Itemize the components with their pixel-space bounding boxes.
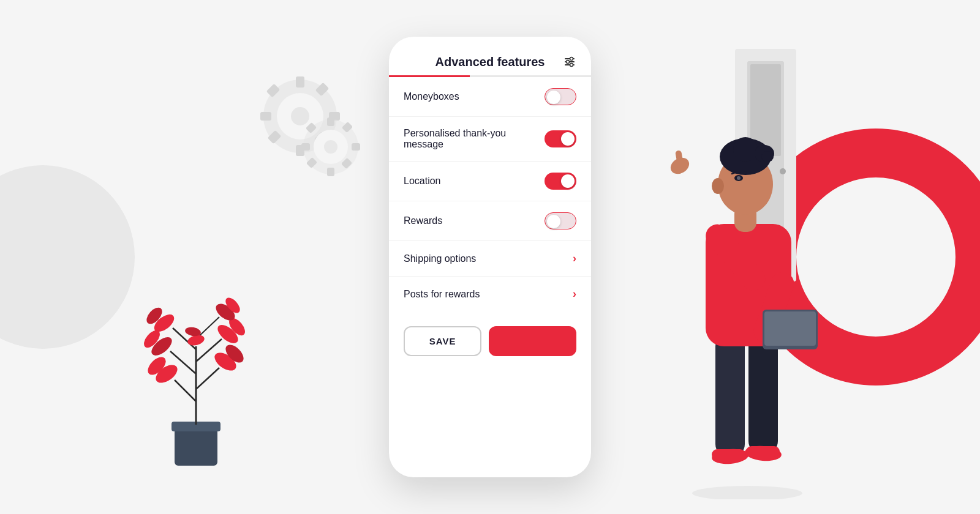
personalised-thankyou-toggle[interactable] xyxy=(545,130,576,147)
svg-point-2 xyxy=(291,107,309,125)
svg-point-52 xyxy=(570,58,573,61)
svg-rect-16 xyxy=(301,143,310,151)
phone-screen: Advanced features Moneyboxes xyxy=(389,37,591,477)
location-toggle[interactable] xyxy=(545,173,576,190)
shipping-options-label: Shipping options xyxy=(404,253,476,264)
bg-circle-left xyxy=(0,165,135,349)
location-label: Location xyxy=(404,176,441,187)
settings-list: Moneyboxes Personalised thank-you messag… xyxy=(389,77,591,311)
svg-point-53 xyxy=(567,61,570,64)
moneyboxes-label: Moneyboxes xyxy=(404,91,459,102)
rewards-toggle[interactable] xyxy=(545,212,576,229)
save-button[interactable]: SAVE xyxy=(404,326,481,356)
gears-decoration xyxy=(233,49,368,186)
posts-for-rewards-row[interactable]: Posts for rewards › xyxy=(389,277,591,311)
personalised-thankyou-label: Personalised thank-you message xyxy=(404,128,526,150)
rewards-label: Rewards xyxy=(404,215,442,226)
primary-action-button[interactable] xyxy=(489,326,576,356)
svg-rect-17 xyxy=(352,143,360,151)
phone-header: Advanced features xyxy=(389,55,591,75)
svg-point-72 xyxy=(733,137,758,162)
personalised-thankyou-row[interactable]: Personalised thank-you message xyxy=(389,117,591,162)
location-toggle-knob xyxy=(561,174,575,188)
shipping-options-chevron: › xyxy=(573,252,576,265)
phone-mockup: Advanced features Moneyboxes xyxy=(389,37,591,477)
svg-point-54 xyxy=(570,64,573,67)
svg-line-25 xyxy=(175,380,196,401)
svg-point-13 xyxy=(324,140,337,154)
location-row[interactable]: Location xyxy=(389,162,591,201)
svg-rect-56 xyxy=(715,334,745,456)
svg-rect-59 xyxy=(712,449,745,460)
svg-rect-3 xyxy=(296,76,304,88)
svg-rect-5 xyxy=(260,112,271,121)
svg-point-74 xyxy=(761,151,774,162)
phone-footer: SAVE xyxy=(389,316,591,366)
svg-rect-14 xyxy=(327,117,334,126)
rewards-toggle-knob xyxy=(547,215,560,228)
page-title: Advanced features xyxy=(435,55,545,69)
svg-point-55 xyxy=(692,486,802,499)
moneyboxes-row[interactable]: Moneyboxes xyxy=(389,77,591,117)
plant-illustration xyxy=(135,248,257,483)
svg-rect-68 xyxy=(764,311,816,346)
moneyboxes-toggle-knob xyxy=(547,91,560,104)
svg-rect-61 xyxy=(746,446,780,457)
svg-rect-15 xyxy=(327,168,334,176)
posts-for-rewards-label: Posts for rewards xyxy=(404,289,480,300)
svg-rect-22 xyxy=(175,426,217,466)
svg-line-26 xyxy=(196,368,219,389)
person-illustration xyxy=(662,71,845,502)
rewards-row[interactable]: Rewards xyxy=(389,201,591,241)
svg-point-77 xyxy=(737,176,741,180)
svg-rect-57 xyxy=(748,334,778,453)
shipping-options-row[interactable]: Shipping options › xyxy=(389,241,591,277)
posts-for-rewards-chevron: › xyxy=(573,288,576,300)
personalised-thankyou-toggle-knob xyxy=(561,132,575,146)
svg-point-75 xyxy=(712,178,724,194)
sliders-icon[interactable] xyxy=(563,55,576,72)
moneyboxes-toggle[interactable] xyxy=(545,88,576,105)
